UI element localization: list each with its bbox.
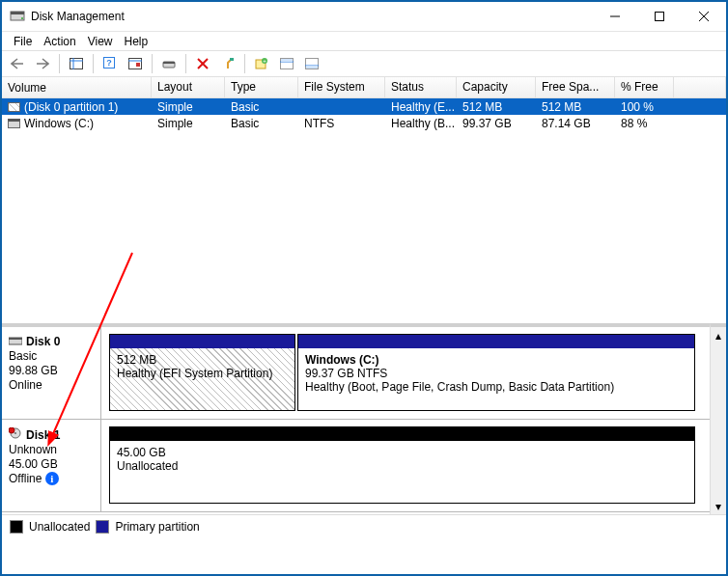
partition[interactable]: 45.00 GBUnallocated: [109, 426, 695, 504]
disk-name: Disk 1: [26, 428, 60, 443]
disk-kind: Unknown: [9, 443, 94, 457]
disk-kind: Basic: [9, 349, 94, 364]
disk-partitions: 45.00 GBUnallocated: [101, 420, 710, 511]
cell-free: 87.14 GB: [536, 116, 615, 131]
legend-unallocated: Unallocated: [29, 520, 90, 534]
svg-rect-19: [230, 58, 234, 61]
disk-row[interactable]: Disk 0Basic99.88 GBOnline512 MBHealthy (…: [2, 327, 710, 420]
svg-point-2: [21, 17, 23, 19]
svg-point-32: [14, 432, 16, 434]
col-volume[interactable]: Volume: [2, 77, 152, 97]
menu-help[interactable]: Help: [119, 33, 154, 50]
refresh-button[interactable]: [157, 52, 181, 75]
disk-state: Offline i: [9, 472, 94, 486]
partition-body: 45.00 GBUnallocated: [110, 441, 694, 503]
maximize-button[interactable]: [637, 2, 682, 31]
partition-body: 512 MBHealthy (EFI System Partition): [110, 348, 294, 410]
show-console-tree-button[interactable]: [65, 52, 88, 75]
minimize-button[interactable]: [593, 2, 637, 31]
disk-size: 45.00 GB: [9, 457, 94, 472]
partition-body: Windows (C:)99.37 GB NTFSHealthy (Boot, …: [298, 348, 694, 410]
info-icon[interactable]: i: [45, 472, 59, 485]
partition-bar: [298, 335, 694, 348]
col-type[interactable]: Type: [225, 77, 298, 97]
settings-button[interactable]: [124, 52, 147, 75]
disk-icon: [9, 427, 22, 443]
cell-fs: [298, 106, 385, 108]
volume-row[interactable]: (Disk 0 partition 1)SimpleBasicHealthy (…: [2, 98, 726, 115]
svg-text:?: ?: [106, 58, 112, 68]
disk-label[interactable]: Disk 1Unknown45.00 GBOffline i: [2, 420, 101, 511]
cell-status: Healthy (B...: [385, 116, 457, 131]
svg-rect-30: [9, 338, 22, 340]
svg-rect-16: [163, 62, 175, 64]
cell-type: Basic: [225, 99, 298, 115]
volume-list[interactable]: Volume Layout Type File System Status Ca…: [2, 77, 726, 323]
disk-partitions: 512 MBHealthy (EFI System Partition)Wind…: [101, 327, 710, 419]
legend-primary: Primary partition: [115, 520, 199, 534]
col-pct-free[interactable]: % Free: [615, 77, 674, 97]
close-button[interactable]: [682, 2, 726, 31]
menu-action[interactable]: Action: [38, 33, 81, 50]
menubar: File Action View Help: [2, 31, 726, 50]
disk-size: 99.88 GB: [9, 364, 94, 378]
properties-button[interactable]: [216, 52, 239, 75]
disk-label[interactable]: Disk 0Basic99.88 GBOnline: [2, 327, 101, 419]
legend-swatch-unallocated: [10, 520, 23, 534]
new-simple-volume-button[interactable]: +: [250, 52, 273, 75]
disk-name: Disk 0: [26, 335, 60, 349]
help-button[interactable]: ?: [98, 52, 122, 75]
disk-row[interactable]: Disk 1Unknown45.00 GBOffline i45.00 GBUn…: [2, 420, 710, 512]
legend: Unallocated Primary partition: [2, 514, 726, 537]
cell-capacity: 99.37 GB: [457, 116, 536, 131]
window-title: Disk Management: [31, 10, 593, 23]
disk-state: Online: [9, 378, 94, 393]
svg-rect-25: [281, 59, 293, 62]
partition[interactable]: Windows (C:)99.37 GB NTFSHealthy (Boot, …: [297, 334, 695, 411]
col-free-space[interactable]: Free Spa...: [536, 77, 615, 97]
toolbar: ? +: [2, 50, 726, 77]
svg-rect-28: [306, 66, 318, 69]
col-file-system[interactable]: File System: [298, 77, 385, 97]
partition[interactable]: 512 MBHealthy (EFI System Partition): [109, 334, 295, 411]
cell-volume: (Disk 0 partition 1): [2, 99, 152, 115]
partition-bar: [110, 427, 694, 441]
svg-text:+: +: [263, 58, 266, 64]
cell-volume: Windows (C:): [2, 116, 152, 131]
legend-swatch-primary: [96, 520, 109, 534]
vertical-scrollbar[interactable]: ▴ ▾: [710, 323, 726, 514]
scroll-up-button[interactable]: ▴: [711, 327, 726, 343]
svg-rect-7: [70, 59, 83, 69]
app-icon: [10, 9, 25, 24]
cell-free: 512 MB: [536, 99, 615, 115]
volume-row[interactable]: Windows (C:)SimpleBasicNTFSHealthy (B...…: [2, 115, 726, 131]
col-status[interactable]: Status: [385, 77, 457, 97]
svg-rect-1: [11, 12, 24, 14]
back-button[interactable]: [6, 52, 29, 75]
cell-layout: Simple: [152, 116, 225, 131]
menu-file[interactable]: File: [8, 33, 38, 50]
cell-status: Healthy (E...: [385, 99, 457, 115]
forward-button[interactable]: [31, 52, 54, 75]
disk-graphical-pane[interactable]: Disk 0Basic99.88 GBOnline512 MBHealthy (…: [2, 323, 710, 512]
col-capacity[interactable]: Capacity: [457, 77, 536, 97]
cell-pct: 100 %: [615, 99, 674, 115]
svg-rect-4: [656, 13, 664, 21]
list-top-button[interactable]: [275, 52, 298, 75]
cell-layout: Simple: [152, 99, 225, 115]
svg-point-33: [9, 427, 14, 433]
partition-bar: [110, 335, 294, 348]
col-empty[interactable]: [674, 77, 726, 97]
cell-fs: NTFS: [298, 116, 385, 131]
titlebar: Disk Management: [2, 2, 726, 31]
list-bottom-button[interactable]: [300, 52, 323, 75]
scroll-down-button[interactable]: ▾: [711, 498, 726, 514]
volume-list-header[interactable]: Volume Layout Type File System Status Ca…: [2, 77, 726, 98]
cell-pct: 88 %: [615, 116, 674, 131]
col-layout[interactable]: Layout: [152, 77, 225, 97]
delete-button[interactable]: [191, 52, 214, 75]
menu-view[interactable]: View: [82, 33, 119, 50]
disk-icon: [9, 335, 22, 349]
cell-capacity: 512 MB: [457, 99, 536, 115]
cell-type: Basic: [225, 116, 298, 131]
